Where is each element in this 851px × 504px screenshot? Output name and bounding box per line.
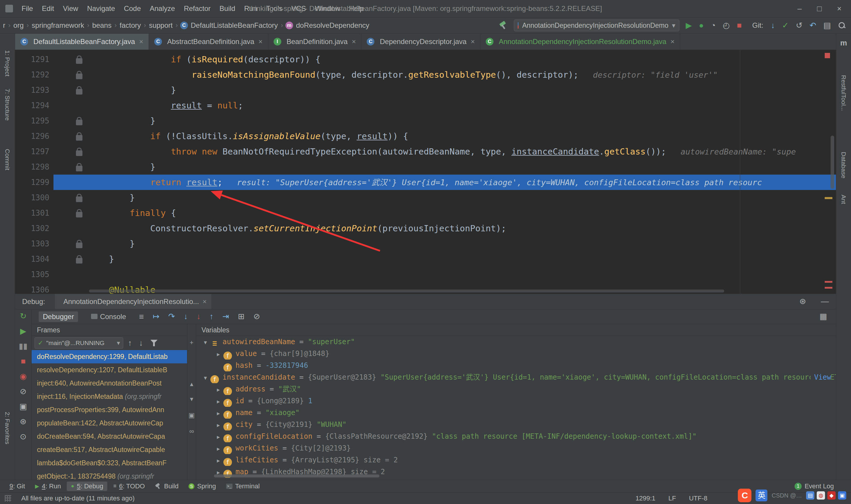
- code-line[interactable]: 1299 return result; result: "SuperUser{a…: [15, 175, 836, 190]
- history-icon[interactable]: ↺: [796, 22, 802, 30]
- gutter[interactable]: [53, 267, 88, 282]
- line-number[interactable]: 1298: [15, 159, 53, 175]
- code-editor[interactable]: 1291 if (isRequired(descriptor)) {1292 r…: [15, 50, 836, 294]
- shelve-icon[interactable]: ▤: [823, 22, 831, 30]
- file-encoding[interactable]: UTF-8: [689, 494, 707, 502]
- step-into-icon[interactable]: ↓: [184, 312, 188, 321]
- gutter[interactable]: [53, 190, 88, 205]
- code-line[interactable]: 1301 finally {: [15, 205, 836, 221]
- close-icon[interactable]: ×: [837, 4, 841, 13]
- menu-file[interactable]: File: [17, 4, 38, 13]
- gutter[interactable]: [53, 98, 88, 113]
- line-number[interactable]: 1291: [15, 52, 53, 67]
- warning-stripe-mark[interactable]: [825, 197, 832, 199]
- scroll-down-icon[interactable]: ▾: [190, 395, 193, 403]
- frame-row[interactable]: resolveDependency:1207, DefaultListableB: [32, 363, 187, 377]
- gutter[interactable]: [53, 113, 88, 128]
- menu-analyze[interactable]: Analyze: [145, 4, 179, 13]
- menu-navigate[interactable]: Navigate: [83, 4, 120, 13]
- variable-row[interactable]: ▶fcity = {City@2191} "WUHAN": [196, 419, 836, 430]
- ime-language-icon[interactable]: 英: [756, 489, 767, 501]
- rollback-icon[interactable]: ↶: [810, 22, 816, 30]
- breadcrumb-item[interactable]: r: [2, 21, 6, 30]
- frame-row[interactable]: createBean:517, AbstractAutowireCapable: [32, 443, 187, 456]
- ime-tool-icon[interactable]: ▣: [838, 491, 846, 500]
- debug-icon[interactable]: ●: [699, 22, 704, 30]
- gutter[interactable]: [53, 282, 88, 294]
- code-line[interactable]: 1296 if (!ClassUtils.isAssignableValue(t…: [15, 128, 836, 144]
- run-to-cursor-icon[interactable]: ⇥: [222, 312, 229, 321]
- tool-window-switcher-icon[interactable]: [5, 495, 11, 502]
- gutter[interactable]: [53, 175, 88, 190]
- code-line[interactable]: 1297 throw new BeanNotOfRequiredTypeExce…: [15, 144, 836, 159]
- code-line[interactable]: 1303 }: [15, 236, 836, 251]
- frames-variables-divider[interactable]: +▴▾▣∞: [187, 324, 196, 480]
- pause-program-icon[interactable]: ▮▮: [19, 342, 28, 350]
- variable-row[interactable]: fhash = -332817946: [196, 360, 836, 371]
- toolwindow-button-build[interactable]: Build: [151, 482, 183, 491]
- settings-icon[interactable]: ⊛: [799, 298, 806, 305]
- gutter[interactable]: [53, 236, 88, 251]
- variable-row[interactable]: ▶fworkCities = {City[2]@2193}: [196, 442, 836, 454]
- tab-close-icon[interactable]: ×: [258, 37, 263, 46]
- code-line[interactable]: 1293 }: [15, 83, 836, 98]
- breadcrumb-item[interactable]: springframework: [31, 21, 85, 30]
- view-link[interactable]: View: [811, 371, 831, 383]
- debug-session-tab[interactable]: AnnotationDependencyInjectionResolutio..…: [55, 294, 211, 309]
- layout-icon[interactable]: ▦: [819, 312, 836, 321]
- debug-settings-icon[interactable]: ⊛: [20, 418, 26, 426]
- frame-row[interactable]: doResolveDependency:1299, DefaultListab: [32, 350, 187, 363]
- ime-tool-icon[interactable]: ▤: [806, 491, 814, 500]
- editor-vertical-scrollbar[interactable]: [831, 136, 834, 189]
- frame-row[interactable]: lambda$doGetBean$0:323, AbstractBeanF: [32, 456, 187, 470]
- rerun-debug-icon[interactable]: ↻: [20, 312, 26, 320]
- tab-abstractbeandefinition-java[interactable]: CAbstractBeanDefinition.java×: [149, 34, 268, 50]
- stripe-2-favorites[interactable]: 2: Favorites: [4, 412, 11, 444]
- line-number[interactable]: 1301: [15, 205, 53, 221]
- line-number[interactable]: 1302: [15, 221, 53, 236]
- error-stripe-mark[interactable]: [825, 281, 832, 283]
- menu-edit[interactable]: Edit: [38, 4, 58, 13]
- error-stripe-mark[interactable]: [825, 53, 830, 58]
- ime-tool-icon[interactable]: ◍: [817, 491, 825, 500]
- next-frame-icon[interactable]: ↓: [139, 339, 143, 347]
- copy-stack-icon[interactable]: ▣: [188, 412, 195, 419]
- code-line[interactable]: 1300 }: [15, 190, 836, 205]
- mute-breakpoints-alt-icon[interactable]: ⊘: [254, 312, 260, 321]
- code-line[interactable]: 1291 if (isRequired(descriptor)) {: [15, 52, 836, 67]
- toolwindow-button-9-git[interactable]: 9: Git: [5, 482, 29, 491]
- line-number[interactable]: 1294: [15, 98, 53, 113]
- code-line[interactable]: 1294 result = null;: [15, 98, 836, 113]
- line-number[interactable]: 1304: [15, 251, 53, 267]
- search-everywhere-icon[interactable]: [838, 22, 846, 29]
- breadcrumb-item[interactable]: DefaultListableBeanFactory: [190, 21, 279, 30]
- restore-layout-icon[interactable]: ▦: [819, 312, 827, 321]
- gutter[interactable]: [53, 144, 88, 159]
- breadcrumb-item[interactable]: org: [13, 21, 24, 30]
- get-thread-dump-icon[interactable]: ▣: [19, 403, 27, 411]
- gutter[interactable]: [53, 205, 88, 221]
- expand-toggle-icon[interactable]: ▶: [213, 455, 223, 466]
- gutter[interactable]: [53, 251, 88, 267]
- pin-tab-icon[interactable]: ⊙: [20, 433, 26, 441]
- stripe-ant[interactable]: Ant: [840, 195, 847, 204]
- thread-dropdown[interactable]: ✓ "main"@...RUNNING ▾: [35, 337, 123, 348]
- error-stripe-mark[interactable]: [825, 287, 832, 289]
- mute-breakpoints-icon[interactable]: ⊘: [20, 388, 26, 396]
- tab-close-icon[interactable]: ×: [471, 37, 475, 46]
- menu-build[interactable]: Build: [215, 4, 240, 13]
- expand-toggle-icon[interactable]: ▼: [200, 337, 211, 348]
- menu-code[interactable]: Code: [120, 4, 145, 13]
- scroll-up-icon[interactable]: ▴: [190, 380, 193, 388]
- code-line[interactable]: 1295 }: [15, 113, 836, 128]
- maximize-icon[interactable]: □: [817, 4, 822, 13]
- line-number[interactable]: 1296: [15, 128, 53, 144]
- force-step-into-icon[interactable]: ↓: [197, 312, 201, 321]
- variable-row[interactable]: ▶fname = "xiaoge": [196, 407, 836, 419]
- line-number[interactable]: 1293: [15, 83, 53, 98]
- code-line[interactable]: 1304 }: [15, 251, 836, 267]
- breadcrumb-item[interactable]: support: [148, 21, 173, 30]
- tab-annotationdependencyinjectionresolutiondemo-java[interactable]: CAnnotationDependencyInjectionResolution…: [481, 34, 680, 50]
- variable-row[interactable]: ▶flifeCities = {ArrayList@2195} size = 2: [196, 454, 836, 466]
- ime-tool-icon[interactable]: ◆: [827, 491, 836, 500]
